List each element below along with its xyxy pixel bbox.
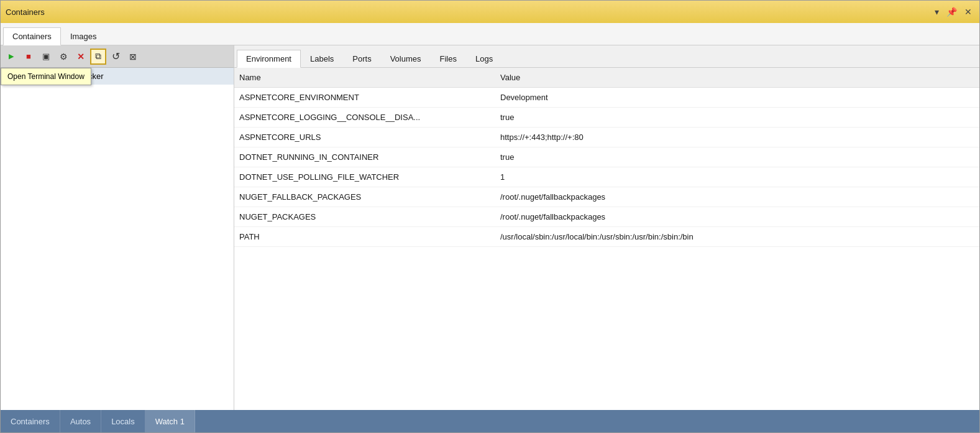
- env-value: 1: [495, 170, 979, 184]
- window-title: Containers: [6, 7, 45, 17]
- minimize-button[interactable]: ▾: [932, 6, 941, 18]
- prune-button[interactable]: ⊠: [125, 49, 141, 65]
- terminal-button[interactable]: ▣: [38, 49, 54, 65]
- table-row[interactable]: PATH /usr/local/sbin:/usr/local/bin:/usr…: [234, 227, 979, 247]
- left-panel: ▶ ■ ▣ ⚙ ✕ ⧉ ↺ ⊠ Open Terminal Window Web…: [1, 45, 234, 410]
- main-tabs: Containers Images: [1, 23, 979, 45]
- close-button[interactable]: ✕: [962, 6, 974, 18]
- env-table: Name Value ASPNETCORE_ENVIRONMENT Develo…: [234, 68, 979, 410]
- table-row[interactable]: NUGET_FALLBACK_PACKAGES /root/.nuget/fal…: [234, 187, 979, 207]
- tab-environment[interactable]: Environment: [237, 50, 301, 68]
- pin-button[interactable]: 📌: [944, 6, 959, 18]
- tab-volumes[interactable]: Volumes: [381, 50, 431, 67]
- env-name: DOTNET_RUNNING_IN_CONTAINER: [234, 150, 495, 164]
- bottom-tabs: Containers Autos Locals Watch 1: [1, 410, 979, 432]
- refresh-button[interactable]: ↺: [108, 49, 124, 65]
- play-button[interactable]: ▶: [3, 49, 19, 65]
- title-bar-controls: ▾ 📌 ✕: [932, 6, 974, 18]
- tooltip-popup: Open Terminal Window: [1, 68, 91, 85]
- bottom-tab-watch1[interactable]: Watch 1: [145, 410, 195, 432]
- content-area: ▶ ■ ▣ ⚙ ✕ ⧉ ↺ ⊠ Open Terminal Window Web…: [1, 45, 979, 410]
- env-value: true: [495, 110, 979, 124]
- tab-files[interactable]: Files: [431, 50, 466, 67]
- env-name: NUGET_PACKAGES: [234, 210, 495, 224]
- env-name: PATH: [234, 230, 495, 244]
- settings-button[interactable]: ⚙: [55, 49, 71, 65]
- table-row[interactable]: ASPNETCORE_URLS https://+:443;http://+:8…: [234, 128, 979, 147]
- table-row[interactable]: DOTNET_RUNNING_IN_CONTAINER true: [234, 147, 979, 167]
- env-name: ASPNETCORE_URLS: [234, 130, 495, 144]
- env-name: ASPNETCORE_ENVIRONMENT: [234, 90, 495, 105]
- tab-containers[interactable]: Containers: [3, 27, 61, 45]
- table-row[interactable]: DOTNET_USE_POLLING_FILE_WATCHER 1: [234, 167, 979, 187]
- stop-button[interactable]: ■: [21, 49, 37, 65]
- env-value: true: [495, 150, 979, 164]
- env-name: DOTNET_USE_POLLING_FILE_WATCHER: [234, 170, 495, 184]
- toolbar: ▶ ■ ▣ ⚙ ✕ ⧉ ↺ ⊠: [1, 45, 234, 68]
- tab-logs[interactable]: Logs: [466, 50, 502, 67]
- env-value: https://+:443;http://+:80: [495, 130, 979, 144]
- env-table-header: Name Value: [234, 68, 979, 88]
- detail-tabs: Environment Labels Ports Volumes Files L…: [234, 45, 979, 68]
- table-row[interactable]: ASPNETCORE_LOGGING__CONSOLE__DISA... tru…: [234, 108, 979, 128]
- env-name: ASPNETCORE_LOGGING__CONSOLE__DISA...: [234, 110, 495, 124]
- bottom-tab-autos[interactable]: Autos: [60, 410, 101, 432]
- tab-images[interactable]: Images: [61, 27, 106, 45]
- tab-labels[interactable]: Labels: [301, 50, 343, 67]
- col-header-name: Name: [234, 70, 495, 85]
- delete-button[interactable]: ✕: [73, 49, 89, 65]
- env-value: /root/.nuget/fallbackpackages: [495, 190, 979, 204]
- tab-ports[interactable]: Ports: [343, 50, 380, 67]
- table-row[interactable]: NUGET_PACKAGES /root/.nuget/fallbackpack…: [234, 207, 979, 227]
- env-value: /usr/local/sbin:/usr/local/bin:/usr/sbin…: [495, 230, 979, 244]
- table-row[interactable]: ASPNETCORE_ENVIRONMENT Development: [234, 88, 979, 108]
- right-panel: Environment Labels Ports Volumes Files L…: [234, 45, 979, 410]
- col-header-value: Value: [495, 70, 979, 85]
- bottom-tab-locals[interactable]: Locals: [101, 410, 145, 432]
- env-rows-container: ASPNETCORE_ENVIRONMENT Development ASPNE…: [234, 88, 979, 247]
- container-list: WebApplication-Docker: [1, 68, 234, 410]
- main-window: Containers ▾ 📌 ✕ Containers Images ▶ ■ ▣…: [0, 0, 980, 433]
- bottom-tab-containers[interactable]: Containers: [1, 410, 60, 432]
- copy-files-button[interactable]: ⧉: [90, 49, 106, 65]
- tooltip-text: Open Terminal Window: [7, 72, 85, 81]
- env-name: NUGET_FALLBACK_PACKAGES: [234, 190, 495, 204]
- title-bar: Containers ▾ 📌 ✕: [1, 1, 979, 23]
- env-value: Development: [495, 90, 979, 105]
- env-value: /root/.nuget/fallbackpackages: [495, 210, 979, 224]
